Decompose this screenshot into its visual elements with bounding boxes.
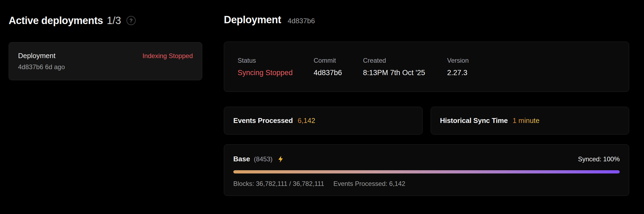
lightning-icon	[277, 155, 285, 163]
help-icon[interactable]: ?	[126, 16, 136, 25]
deployment-info-card: Status Syncing Stopped Commit 4d837b6 Cr…	[224, 42, 629, 92]
events-processed-value: 6,142	[298, 116, 315, 125]
deployment-detail-title: Deployment	[224, 14, 281, 26]
info-field-status: Status Syncing Stopped	[238, 57, 314, 77]
deployment-detail-panel: Deployment 4d837b6 Status Syncing Stoppe…	[224, 14, 629, 214]
historical-sync-time-value: 1 minute	[513, 116, 540, 125]
info-field-version: Version 2.27.3	[447, 57, 469, 77]
chain-id: (8453)	[254, 155, 272, 163]
active-deployments-count: 1/3	[107, 15, 121, 26]
sync-progress-fill	[233, 170, 620, 173]
version-label: Version	[447, 57, 469, 64]
deployment-detail-header: Deployment 4d837b6	[224, 14, 629, 27]
active-deployments-header: Active deployments 1/3 ?	[9, 14, 202, 27]
version-value: 2.27.3	[447, 69, 469, 77]
created-value: 8:13PM 7th Oct '25	[363, 69, 447, 77]
events-processed-card: Events Processed 6,142	[224, 107, 423, 135]
created-label: Created	[363, 57, 447, 64]
active-deployments-title: Active deployments	[9, 15, 103, 26]
deployment-list-item[interactable]: Deployment Indexing Stopped 4d837b6 6d a…	[9, 42, 202, 80]
blocks-stat: Blocks: 36,782,111 / 36,782,111	[233, 180, 324, 188]
active-deployments-panel: Active deployments 1/3 ? Deployment Inde…	[9, 14, 202, 214]
commit-value: 4d837b6	[314, 69, 363, 77]
deployment-list-item-row: Deployment Indexing Stopped	[18, 52, 193, 60]
metrics-row: Events Processed 6,142 Historical Sync T…	[224, 107, 629, 135]
events-stat: Events Processed: 6,142	[333, 180, 405, 188]
chain-stats-row: Blocks: 36,782,111 / 36,782,111 Events P…	[233, 180, 620, 188]
chain-sync-card: Base (8453) Synced: 100%	[224, 144, 629, 196]
info-field-created: Created 8:13PM 7th Oct '25	[363, 57, 447, 77]
chain-header: Base (8453) Synced: 100%	[233, 155, 620, 163]
deployment-list-item-meta: 4d837b6 6d ago	[18, 63, 193, 71]
deployments-page: Active deployments 1/3 ? Deployment Inde…	[0, 0, 644, 214]
info-field-commit: Commit 4d837b6	[314, 57, 363, 77]
events-processed-label: Events Processed	[233, 116, 293, 125]
commit-label: Commit	[314, 57, 363, 64]
deployment-status-badge: Indexing Stopped	[142, 52, 193, 60]
deployment-commit-hash: 4d837b6	[287, 17, 315, 25]
historical-sync-time-label: Historical Sync Time	[440, 116, 508, 125]
status-label: Status	[238, 57, 314, 64]
chain-identity: Base (8453)	[233, 155, 285, 163]
sync-progress-bar	[233, 170, 620, 173]
chain-name: Base	[233, 155, 250, 163]
status-value: Syncing Stopped	[238, 69, 314, 77]
synced-percent: Synced: 100%	[578, 155, 620, 163]
deployment-list-item-name: Deployment	[18, 52, 56, 60]
historical-sync-time-card: Historical Sync Time 1 minute	[431, 107, 629, 135]
